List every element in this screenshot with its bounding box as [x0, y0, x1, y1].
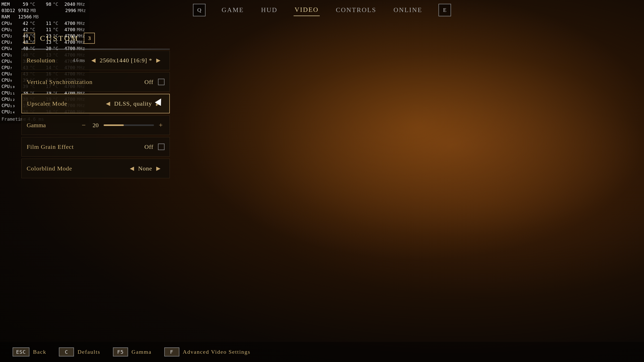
resolution-arrow-left[interactable]: ◀ [91, 57, 96, 64]
gamma-controls: − 20 + [80, 121, 165, 129]
action-advanced[interactable]: F Advanced Video Settings [164, 347, 251, 356]
film-grain-value: Off [144, 144, 153, 150]
colorblind-arrow-left[interactable]: ◀ [130, 165, 134, 172]
tab-hud[interactable]: HUD [260, 4, 278, 16]
film-grain-checkbox[interactable] [158, 144, 165, 150]
action-gamma[interactable]: F5 Gamma [113, 347, 152, 356]
action-advanced-label: Advanced Video Settings [183, 349, 251, 355]
film-grain-label: Film Grain Effect [27, 144, 144, 150]
key-esc: ESC [13, 347, 29, 356]
gamma-value: 20 [91, 122, 101, 129]
setting-row-upscaler[interactable]: Upscaler Mode ◀ DLSS, quality ▶ [21, 94, 170, 113]
settings-panel: 1 CUSTOM 3 Resolution 4.6 ms ◀ 644x362… [21, 33, 170, 180]
nav-icon-right[interactable]: E [438, 4, 451, 16]
action-gamma-label: Gamma [132, 349, 152, 355]
preset-header: 1 CUSTOM 3 [21, 33, 170, 44]
action-back[interactable]: ESC Back [13, 347, 46, 356]
setting-row-vsync[interactable]: Vertical Synchronization Off [21, 72, 170, 92]
action-back-label: Back [33, 349, 46, 355]
key-f5: F5 [113, 347, 128, 356]
top-nav: Q GAME HUD VIDEO CONTROLS ONLINE E [0, 0, 644, 20]
colorblind-value: None [138, 165, 152, 172]
gamma-slider-track[interactable] [104, 124, 154, 126]
resolution-label: Resolution [27, 57, 73, 64]
resolution-latency: 4.6 ms [73, 58, 85, 63]
key-c: C [59, 347, 74, 356]
bottom-bar: ESC Back C Defaults F5 Gamma F Advanced … [0, 342, 644, 362]
q-icon: Q [197, 7, 201, 13]
setting-row-gamma[interactable]: Gamma − 20 + [21, 115, 170, 135]
preset-label: CUSTOM [40, 34, 79, 42]
upscaler-arrow-left[interactable]: ◀ [106, 100, 110, 107]
tab-video[interactable]: VIDEO [294, 4, 320, 16]
preset-num-badge: 1 [24, 33, 35, 44]
scroll-indicator [21, 49, 170, 50]
gamma-decrease-btn[interactable]: − [80, 121, 88, 129]
upscaler-value: DLSS, quality [114, 100, 152, 107]
setting-row-resolution[interactable]: Resolution 4.6 ms ◀ 644x362 [16:9] * ▶ [21, 51, 170, 70]
resolution-arrow-right[interactable]: ▶ [156, 57, 160, 64]
upscaler-label: Upscaler Mode [27, 100, 102, 107]
setting-row-film-grain[interactable]: Film Grain Effect Off [21, 137, 170, 157]
action-defaults[interactable]: C Defaults [59, 347, 100, 356]
e-icon: E [443, 7, 446, 13]
gamma-increase-btn[interactable]: + [157, 121, 165, 129]
vsync-label: Vertical Synchronization [27, 79, 144, 85]
gamma-label: Gamma [27, 122, 80, 129]
key-f: F [164, 347, 179, 356]
vsync-value: Off [144, 79, 153, 85]
gamma-slider-fill [104, 124, 124, 126]
colorblind-arrow-right[interactable]: ▶ [156, 165, 160, 172]
setting-row-colorblind[interactable]: Colorblind Mode ◀ None ▶ [21, 159, 170, 178]
preset-count-badge: 3 [84, 33, 95, 44]
vsync-checkbox[interactable] [158, 79, 165, 85]
tab-online[interactable]: ONLINE [392, 4, 423, 16]
action-defaults-label: Defaults [77, 349, 100, 355]
tab-controls[interactable]: CONTROLS [335, 4, 377, 16]
tab-game[interactable]: GAME [221, 4, 245, 16]
colorblind-label: Colorblind Mode [27, 165, 126, 172]
nav-icon-left[interactable]: Q [193, 4, 206, 16]
resolution-value: 644x362 [16:9] * [100, 57, 152, 64]
